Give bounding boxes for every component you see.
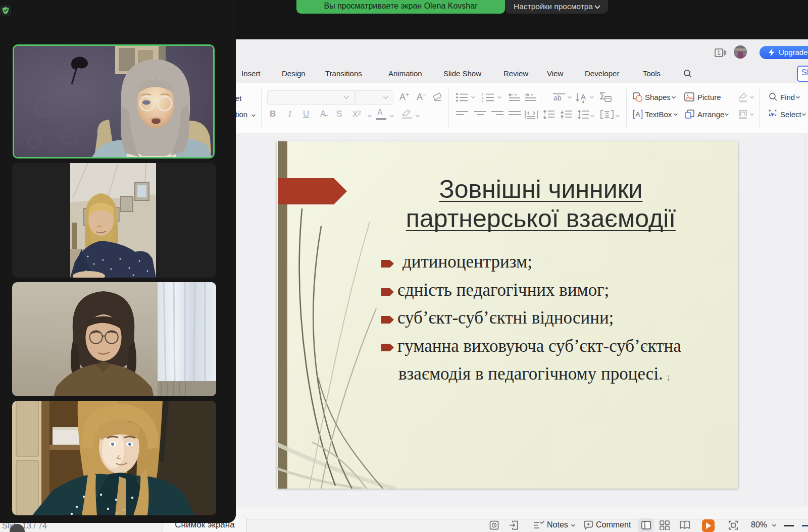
svg-text:2: 2 [482, 96, 484, 99]
svg-text:1: 1 [482, 93, 484, 96]
svg-text:3: 3 [482, 100, 484, 102]
svg-text:1: 1 [717, 49, 721, 57]
svg-text:A: A [581, 92, 586, 101]
svg-text:ab: ab [553, 94, 562, 102]
svg-text:A: A [636, 111, 640, 118]
